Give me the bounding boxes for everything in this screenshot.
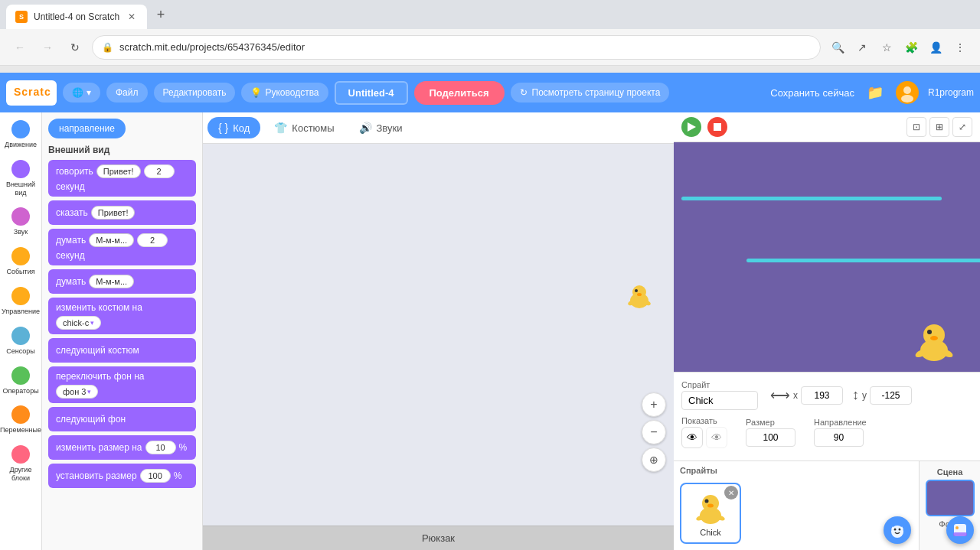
tab-code[interactable]: { } Код — [207, 117, 260, 138]
reload-button[interactable]: ↻ — [64, 37, 86, 58]
y-arrow-icon: ↕ — [852, 387, 859, 403]
direction-input[interactable] — [814, 428, 864, 447]
fullscreen-button[interactable]: ⤢ — [952, 117, 972, 137]
script-canvas[interactable]: + − ⊕ — [203, 144, 674, 526]
profile-button[interactable]: 👤 — [925, 37, 946, 58]
category-events[interactable]: События — [2, 242, 40, 281]
scratch-logo[interactable]: Scratch — [6, 80, 57, 106]
stage-controls: ⊡ ⊞ ⤢ — [674, 112, 980, 142]
block-next-backdrop[interactable]: следующий фон — [48, 407, 196, 431]
svg-point-20 — [702, 495, 719, 512]
operators-label: Операторы — [2, 387, 38, 395]
block-set-size[interactable]: установить размер 100 % — [48, 464, 196, 488]
block-next-costume[interactable]: следующий костюм — [48, 338, 196, 363]
category-sound[interactable]: Звук — [2, 203, 40, 241]
sprite-thumb-chick[interactable]: ✕ Chick — [680, 483, 741, 544]
project-name-input[interactable]: Untitled-4 — [335, 81, 408, 105]
stage-line-2 — [746, 259, 980, 262]
scene-thumbnail[interactable] — [926, 480, 975, 516]
folder-button[interactable]: 📁 — [867, 84, 884, 101]
new-tab-button[interactable]: + — [150, 4, 172, 25]
sprite-panel-bottom: Спрайты ✕ Chick — [674, 461, 980, 550]
file-menu-button[interactable]: Файл — [106, 83, 148, 103]
control-dot — [11, 287, 30, 305]
blocks-panel: направление Внешний вид говорить Привет!… — [42, 112, 203, 550]
tab-sounds[interactable]: 🔊 Звуки — [348, 117, 413, 138]
svg-point-14 — [927, 330, 932, 334]
share-button[interactable]: Поделиться — [414, 81, 505, 105]
scratch-app: Scratch 🌐 ▾ Файл Редактировать 💡 Руковод… — [0, 73, 980, 550]
menu-button[interactable]: ⋮ — [949, 37, 971, 58]
size-input[interactable] — [746, 428, 795, 447]
zoom-out-button[interactable]: − — [642, 420, 666, 444]
zoom-in-button[interactable]: + — [642, 392, 666, 417]
right-side: ⊡ ⊞ ⤢ — [674, 112, 980, 550]
category-looks[interactable]: Внешний вид — [2, 155, 40, 202]
category-sensing[interactable]: Сенсоры — [2, 322, 40, 360]
tab-close-btn[interactable]: ✕ — [126, 11, 138, 23]
sound-dot — [11, 207, 30, 226]
extensions-button[interactable]: 🧩 — [900, 37, 922, 58]
add-backdrop-button[interactable] — [946, 516, 974, 544]
bookmark-button[interactable]: ☆ — [876, 37, 897, 58]
block-change-size[interactable]: изменить размер на 10 % — [48, 435, 196, 460]
block-say[interactable]: сказать Привет! — [48, 200, 196, 225]
add-backdrop-icon — [952, 522, 969, 539]
motion-label: Движение — [5, 141, 37, 149]
y-input[interactable] — [870, 386, 912, 405]
zoom-controls: + − ⊕ — [642, 392, 666, 472]
delete-sprite-button[interactable]: ✕ — [724, 486, 738, 500]
svg-point-2 — [903, 86, 911, 94]
browser-tab[interactable]: S Untitled-4 on Scratch ✕ — [6, 5, 147, 29]
sprite-properties: Спрайт ⟷ x ↕ y По — [674, 372, 980, 461]
globe-button[interactable]: 🌐 ▾ — [63, 83, 100, 103]
block-think-seconds[interactable]: думать М-м-м... 2 секунд — [48, 229, 196, 265]
x-label: x — [793, 390, 798, 401]
search-button[interactable]: 🔍 — [827, 37, 848, 58]
scene-label: Сцена — [937, 467, 963, 477]
edit-menu-button[interactable]: Редактировать — [154, 83, 236, 103]
backpack-bar[interactable]: Рюкзак — [203, 526, 674, 550]
address-bar[interactable]: 🔒 scratch.mit.edu/projects/654376345/edi… — [92, 35, 821, 60]
view-project-button[interactable]: ↻ Посмотреть страницу проекта — [511, 83, 670, 103]
forward-button[interactable]: → — [37, 37, 58, 58]
tab-costumes[interactable]: 👕 Костюмы — [263, 117, 345, 138]
sensing-dot — [11, 327, 30, 345]
center-button[interactable]: ⊕ — [642, 447, 666, 472]
category-control[interactable]: Управление — [2, 282, 40, 321]
show-button[interactable]: 👁 — [681, 427, 703, 448]
address-text: scratch.mit.edu/projects/654376345/edito… — [119, 41, 305, 53]
user-avatar[interactable] — [896, 81, 919, 104]
direction-button[interactable]: направление — [48, 119, 126, 138]
sprite-props-row2: Показать 👁 👁 Размер Направление — [681, 416, 972, 448]
chick-thumb-image — [692, 490, 729, 526]
show-label: Показать — [681, 416, 727, 425]
stage-canvas — [674, 142, 980, 372]
block-switch-costume[interactable]: изменить костюм на chick-c — [48, 298, 196, 334]
back-button[interactable]: ← — [9, 37, 31, 58]
hide-button[interactable]: 👁 — [706, 427, 727, 448]
sprite-name-input[interactable] — [681, 391, 758, 410]
control-label: Управление — [2, 308, 40, 316]
category-motion[interactable]: Движение — [2, 116, 40, 154]
stop-button[interactable] — [707, 117, 727, 137]
tutorials-button[interactable]: 💡 Руководства — [241, 83, 328, 103]
green-flag-button[interactable] — [681, 117, 701, 137]
category-variables[interactable]: Переменные — [2, 401, 40, 439]
stage-medium-button[interactable]: ⊞ — [929, 117, 949, 137]
svg-point-21 — [705, 500, 709, 503]
add-sprite-button[interactable] — [884, 516, 911, 544]
svg-point-15 — [930, 336, 938, 340]
save-now-button[interactable]: Сохранить сейчас — [770, 87, 854, 99]
block-switch-backdrop[interactable]: переключить фон на фон 3 — [48, 366, 196, 403]
block-say-seconds[interactable]: говорить Привет! 2 секунд — [48, 160, 196, 197]
share-page-button[interactable]: ↗ — [851, 37, 873, 58]
category-my-blocks[interactable]: Другие блоки — [2, 441, 40, 487]
x-input[interactable] — [801, 386, 843, 405]
stage-small-button[interactable]: ⊡ — [906, 117, 926, 137]
sprite-name-row: Спрайт ⟷ x ↕ y — [681, 380, 972, 410]
category-operators[interactable]: Операторы — [2, 362, 40, 400]
sprite-label: Спрайт — [681, 380, 758, 389]
sprites-container: ✕ Chick — [674, 477, 919, 550]
block-think[interactable]: думать М-м-м... — [48, 269, 196, 294]
